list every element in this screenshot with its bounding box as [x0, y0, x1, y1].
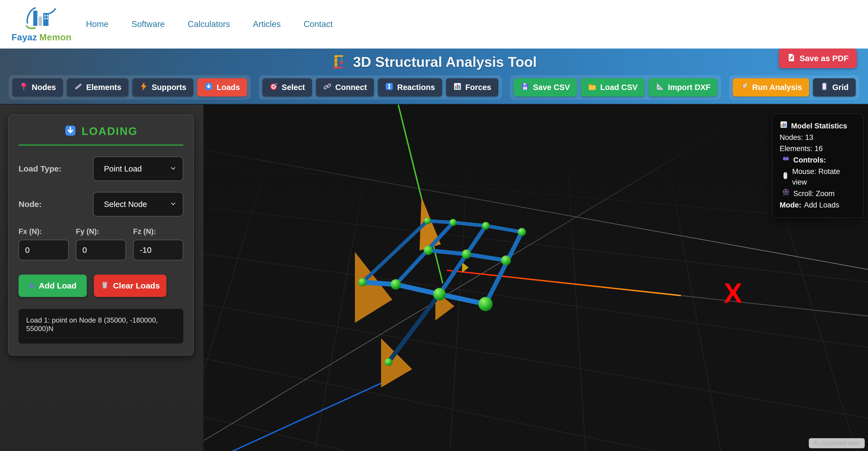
stats-mode-label: Mode:	[780, 200, 801, 211]
toolbar-group-file: Save CSV Load CSV Import DXF	[510, 75, 721, 99]
import-dxf-button[interactable]: Import DXF	[648, 78, 717, 97]
lightning-icon	[140, 82, 148, 93]
stats-controls-row: Controls:	[780, 155, 856, 166]
stats-title: Model Statistics	[791, 121, 847, 131]
panel-title-row: LOADING	[19, 124, 183, 138]
fz-group: Fz (N):	[133, 227, 183, 260]
down-arrow-icon	[204, 82, 213, 93]
stats-mouse-row: Mouse: Rotate view	[780, 166, 856, 188]
top-navbar: FayazMemon Home Software Calculators Art…	[0, 0, 868, 49]
panel-divider	[19, 144, 183, 146]
nav-item-contact[interactable]: Contact	[304, 19, 333, 29]
stats-elements-value: 16	[814, 143, 823, 154]
nav-links: Home Software Calculators Articles Conta…	[86, 19, 333, 29]
viewport-3d-canvas[interactable]: X Model Statistics Nodes: 13 Elements: 1…	[204, 105, 868, 451]
load-list: Load 1: point on Node 8 (35000, -180000,…	[19, 309, 183, 344]
left-sidebar: LOADING Load Type: Point Load Node:	[0, 105, 204, 451]
bar-chart-icon	[780, 121, 788, 132]
elements-button[interactable]: Elements	[67, 78, 128, 97]
fx-input[interactable]	[19, 240, 69, 260]
app-root: FayazMemon Home Software Calculators Art…	[0, 0, 868, 451]
connect-button[interactable]: Connect	[316, 78, 374, 97]
phone-icon	[820, 82, 829, 93]
brand-text: FayazMemon	[11, 32, 71, 42]
pin-icon	[19, 82, 28, 93]
bar-chart-icon	[453, 82, 462, 93]
nav-item-software[interactable]: Software	[131, 19, 165, 29]
nodes-button[interactable]: Nodes	[12, 78, 63, 97]
fy-group: Fy (N):	[76, 227, 126, 260]
chevron-down-icon	[170, 200, 177, 208]
fy-input[interactable]	[76, 240, 126, 260]
node-label: Node:	[19, 200, 42, 209]
trash-icon	[100, 281, 109, 291]
stats-elements-label: Elements:	[780, 143, 812, 154]
x-axis-label: X	[724, 278, 742, 309]
force-inputs: Fx (N): Fy (N): Fz (N):	[19, 227, 183, 260]
node-row: Node: Select Node	[19, 192, 183, 217]
toolbar: Nodes Elements Supports Loads	[0, 75, 868, 99]
stats-mouse-line: Mouse: Rotate view	[792, 166, 856, 188]
folder-icon	[588, 82, 596, 93]
supports-button[interactable]: Supports	[132, 78, 193, 97]
add-load-button[interactable]: + Add Load	[19, 275, 87, 297]
load-type-row: Load Type: Point Load	[19, 157, 183, 181]
title-row: 3D Structural Analysis Tool	[0, 49, 868, 73]
main-area: LOADING Load Type: Point Load Node:	[0, 105, 868, 451]
reactions-button[interactable]: Reactions	[378, 78, 442, 97]
target-icon	[270, 82, 278, 93]
rocket-icon	[740, 82, 748, 93]
forces-button[interactable]: Forces	[446, 78, 498, 97]
load-csv-button[interactable]: Load CSV	[581, 78, 645, 97]
stats-nodes-value: 13	[805, 132, 813, 143]
load-type-select[interactable]: Point Load	[93, 157, 183, 181]
nav-item-calculators[interactable]: Calculators	[188, 19, 230, 29]
plus-icon: +	[29, 281, 35, 291]
fx-label: Fx (N):	[19, 227, 69, 236]
fz-input[interactable]	[133, 240, 183, 260]
scene-svg: X	[204, 105, 868, 451]
up-down-arrow-icon	[385, 82, 394, 93]
buildings-logo-icon	[24, 6, 59, 32]
grid-button[interactable]: Grid	[813, 78, 856, 97]
run-analysis-button[interactable]: Run Analysis	[733, 78, 809, 97]
stats-nodes-row: Nodes: 13	[780, 132, 856, 143]
load-type-value: Point Load	[104, 164, 170, 173]
mouse-icon	[782, 171, 789, 183]
toolbar-group-run: Run Analysis Grid	[729, 75, 859, 99]
loads-button[interactable]: Loads	[197, 78, 247, 97]
down-arrow-icon	[64, 124, 76, 138]
fx-group: Fx (N):	[19, 227, 69, 260]
stats-nodes-label: Nodes:	[780, 132, 803, 143]
save-pdf-label: Save as PDF	[800, 54, 849, 63]
panel-buttons: + Add Load Clear Loads	[19, 275, 183, 297]
set-square-icon	[655, 82, 664, 93]
brand-logo[interactable]: FayazMemon	[16, 6, 67, 42]
loading-panel: LOADING Load Type: Point Load Node:	[8, 115, 194, 356]
stats-scroll-row: Scroll: Zoom	[780, 188, 856, 199]
license-badge: © - Licensed User	[809, 438, 865, 448]
app-header: 3D Structural Analysis Tool Save as PDF …	[0, 49, 868, 105]
save-csv-button[interactable]: Save CSV	[514, 78, 577, 97]
nav-item-home[interactable]: Home	[86, 19, 108, 29]
stats-mode-value: Add Loads	[804, 200, 839, 211]
select-button[interactable]: Select	[262, 78, 312, 97]
fy-label: Fy (N):	[76, 227, 126, 236]
load-list-item: Load 1: point on Node 8 (35000, -180000,…	[26, 316, 176, 338]
stats-title-row: Model Statistics	[780, 121, 856, 132]
crane-icon	[331, 54, 347, 70]
panel-title: LOADING	[82, 125, 137, 137]
page-title: 3D Structural Analysis Tool	[353, 54, 536, 70]
fz-label: Fz (N):	[133, 227, 183, 236]
floppy-icon	[521, 82, 529, 93]
stats-mode-row: Mode: Add Loads	[780, 200, 856, 211]
toolbar-group-edit: Select Connect Reactions Forces	[259, 75, 502, 99]
stats-controls-title: Controls:	[793, 155, 826, 165]
nav-item-articles[interactable]: Articles	[253, 19, 281, 29]
node-select-value: Select Node	[104, 200, 170, 209]
save-pdf-button[interactable]: Save as PDF	[779, 49, 857, 68]
clear-loads-button[interactable]: Clear Loads	[94, 275, 166, 297]
chevron-down-icon	[170, 165, 177, 173]
model-statistics-panel: Model Statistics Nodes: 13 Elements: 16 …	[772, 114, 864, 218]
node-select[interactable]: Select Node	[93, 192, 183, 217]
